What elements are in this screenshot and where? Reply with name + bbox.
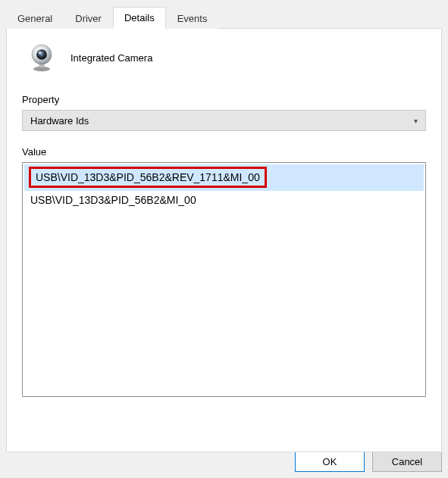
tab-general[interactable]: General [6, 8, 64, 29]
properties-window: General Driver Details Events [0, 0, 448, 478]
tab-strip: General Driver Details Events [6, 6, 442, 28]
property-dropdown[interactable]: Hardware Ids ▾ [22, 110, 426, 131]
svg-point-4 [38, 51, 41, 54]
tab-driver[interactable]: Driver [64, 8, 113, 29]
list-item-text: USB\VID_13D3&PID_56B2&REV_1711&MI_00 [36, 171, 260, 183]
list-item[interactable]: USB\VID_13D3&PID_56B2&MI_00 [24, 191, 424, 209]
tab-panel-details: Integrated Camera Property Hardware Ids … [6, 28, 442, 452]
property-selected-value: Hardware Ids [30, 115, 89, 127]
list-item[interactable]: USB\VID_13D3&PID_56B2&REV_1711&MI_00 [24, 164, 424, 191]
value-listbox[interactable]: USB\VID_13D3&PID_56B2&REV_1711&MI_00 USB… [22, 162, 426, 397]
chevron-down-icon: ▾ [414, 117, 418, 125]
property-label: Property [22, 94, 426, 105]
tab-events[interactable]: Events [166, 8, 219, 29]
dialog-buttons: OK Cancel [295, 451, 442, 472]
webcam-icon [27, 42, 57, 73]
cancel-button[interactable]: Cancel [372, 451, 442, 472]
ok-button[interactable]: OK [295, 451, 365, 472]
value-label: Value [22, 146, 426, 158]
svg-point-3 [36, 49, 47, 60]
tab-details[interactable]: Details [113, 7, 166, 29]
highlight-frame: USB\VID_13D3&PID_56B2&REV_1711&MI_00 [29, 167, 267, 188]
list-item-text: USB\VID_13D3&PID_56B2&MI_00 [30, 194, 196, 206]
device-header: Integrated Camera [27, 42, 426, 73]
device-name: Integrated Camera [70, 52, 152, 64]
